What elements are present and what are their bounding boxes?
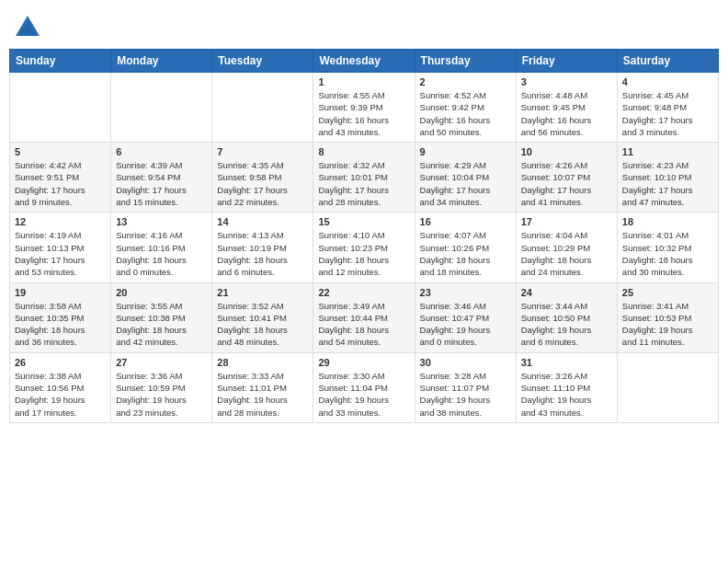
- day-cell: 9Sunrise: 4:29 AMSunset: 10:04 PMDayligh…: [415, 143, 516, 213]
- day-cell: 18Sunrise: 4:01 AMSunset: 10:32 PMDaylig…: [617, 213, 718, 282]
- day-cell: 11Sunrise: 4:23 AMSunset: 10:10 PMDaylig…: [617, 143, 718, 213]
- day-cell: 24Sunrise: 3:44 AMSunset: 10:50 PMDaylig…: [516, 282, 617, 352]
- day-info: Sunrise: 4:45 AMSunset: 9:48 PMDaylight:…: [622, 89, 713, 138]
- day-info: Sunrise: 4:23 AMSunset: 10:10 PMDaylight…: [622, 159, 713, 208]
- day-info: Sunrise: 3:52 AMSunset: 10:41 PMDaylight…: [217, 300, 308, 349]
- day-number: 2: [420, 76, 511, 87]
- day-info: Sunrise: 3:41 AMSunset: 10:53 PMDaylight…: [622, 300, 713, 349]
- week-row-3: 12Sunrise: 4:19 AMSunset: 10:13 PMDaylig…: [10, 213, 719, 282]
- logo-icon: [14, 14, 41, 41]
- day-cell: 10Sunrise: 4:26 AMSunset: 10:07 PMDaylig…: [516, 143, 617, 213]
- day-number: 21: [217, 287, 308, 298]
- day-info: Sunrise: 3:55 AMSunset: 10:38 PMDaylight…: [116, 300, 207, 349]
- day-number: 20: [116, 287, 207, 298]
- day-info: Sunrise: 4:19 AMSunset: 10:13 PMDaylight…: [15, 229, 106, 278]
- day-cell: 22Sunrise: 3:49 AMSunset: 10:44 PMDaylig…: [313, 282, 415, 352]
- day-info: Sunrise: 4:01 AMSunset: 10:32 PMDaylight…: [622, 229, 713, 278]
- day-cell: 14Sunrise: 4:13 AMSunset: 10:19 PMDaylig…: [212, 213, 313, 282]
- day-cell: 19Sunrise: 3:58 AMSunset: 10:35 PMDaylig…: [10, 282, 111, 352]
- header: [9, 9, 719, 41]
- day-number: 14: [217, 216, 308, 227]
- weekday-header-wednesday: Wednesday: [313, 50, 415, 73]
- day-cell: 7Sunrise: 4:35 AMSunset: 9:58 PMDaylight…: [212, 143, 313, 213]
- day-number: 7: [217, 146, 308, 157]
- day-number: 3: [521, 76, 612, 87]
- day-cell: 5Sunrise: 4:42 AMSunset: 9:51 PMDaylight…: [10, 143, 111, 213]
- weekday-header-friday: Friday: [516, 50, 617, 73]
- day-cell: 16Sunrise: 4:07 AMSunset: 10:26 PMDaylig…: [415, 213, 516, 282]
- day-number: 31: [521, 357, 612, 368]
- day-cell: [111, 73, 212, 143]
- day-info: Sunrise: 4:52 AMSunset: 9:42 PMDaylight:…: [420, 89, 511, 138]
- day-number: 16: [420, 216, 511, 227]
- day-number: 23: [420, 287, 511, 298]
- day-info: Sunrise: 4:13 AMSunset: 10:19 PMDaylight…: [217, 229, 308, 278]
- day-number: 4: [622, 76, 713, 87]
- day-cell: 25Sunrise: 3:41 AMSunset: 10:53 PMDaylig…: [617, 282, 718, 352]
- day-number: 1: [318, 76, 409, 87]
- day-cell: 4Sunrise: 4:45 AMSunset: 9:48 PMDaylight…: [617, 73, 718, 143]
- day-info: Sunrise: 4:10 AMSunset: 10:23 PMDaylight…: [318, 229, 409, 278]
- day-number: 15: [318, 216, 409, 227]
- day-cell: 29Sunrise: 3:30 AMSunset: 11:04 PMDaylig…: [313, 352, 415, 422]
- day-cell: 21Sunrise: 3:52 AMSunset: 10:41 PMDaylig…: [212, 282, 313, 352]
- day-info: Sunrise: 4:04 AMSunset: 10:29 PMDaylight…: [521, 229, 612, 278]
- day-number: 22: [318, 287, 409, 298]
- day-info: Sunrise: 4:16 AMSunset: 10:16 PMDaylight…: [116, 229, 207, 278]
- day-info: Sunrise: 4:48 AMSunset: 9:45 PMDaylight:…: [521, 89, 612, 138]
- logo: [14, 14, 45, 41]
- week-row-2: 5Sunrise: 4:42 AMSunset: 9:51 PMDaylight…: [10, 143, 719, 213]
- day-number: 17: [521, 216, 612, 227]
- weekday-header-sunday: Sunday: [10, 50, 111, 73]
- day-info: Sunrise: 4:32 AMSunset: 10:01 PMDaylight…: [318, 159, 409, 208]
- day-cell: 2Sunrise: 4:52 AMSunset: 9:42 PMDaylight…: [415, 73, 516, 143]
- day-cell: 27Sunrise: 3:36 AMSunset: 10:59 PMDaylig…: [111, 352, 212, 422]
- day-cell: [212, 73, 313, 143]
- day-info: Sunrise: 3:30 AMSunset: 11:04 PMDaylight…: [318, 370, 409, 419]
- day-number: 12: [15, 216, 106, 227]
- day-number: 18: [622, 216, 713, 227]
- day-info: Sunrise: 4:35 AMSunset: 9:58 PMDaylight:…: [217, 159, 308, 208]
- day-info: Sunrise: 3:26 AMSunset: 11:10 PMDaylight…: [521, 370, 612, 419]
- weekday-header-tuesday: Tuesday: [212, 50, 313, 73]
- day-cell: 13Sunrise: 4:16 AMSunset: 10:16 PMDaylig…: [111, 213, 212, 282]
- week-row-4: 19Sunrise: 3:58 AMSunset: 10:35 PMDaylig…: [10, 282, 719, 352]
- day-cell: 31Sunrise: 3:26 AMSunset: 11:10 PMDaylig…: [516, 352, 617, 422]
- day-number: 30: [420, 357, 511, 368]
- week-row-5: 26Sunrise: 3:38 AMSunset: 10:56 PMDaylig…: [10, 352, 719, 422]
- day-cell: 6Sunrise: 4:39 AMSunset: 9:54 PMDaylight…: [111, 143, 212, 213]
- day-number: 13: [116, 216, 207, 227]
- day-number: 24: [521, 287, 612, 298]
- day-info: Sunrise: 4:39 AMSunset: 9:54 PMDaylight:…: [116, 159, 207, 208]
- day-cell: [617, 352, 718, 422]
- day-info: Sunrise: 3:46 AMSunset: 10:47 PMDaylight…: [420, 300, 511, 349]
- day-number: 28: [217, 357, 308, 368]
- day-info: Sunrise: 4:29 AMSunset: 10:04 PMDaylight…: [420, 159, 511, 208]
- day-number: 25: [622, 287, 713, 298]
- day-cell: 1Sunrise: 4:55 AMSunset: 9:39 PMDaylight…: [313, 73, 415, 143]
- weekday-header-thursday: Thursday: [415, 50, 516, 73]
- day-cell: 28Sunrise: 3:33 AMSunset: 11:01 PMDaylig…: [212, 352, 313, 422]
- day-number: 9: [420, 146, 511, 157]
- weekday-header-row: SundayMondayTuesdayWednesdayThursdayFrid…: [10, 50, 719, 73]
- day-number: 8: [318, 146, 409, 157]
- day-cell: 15Sunrise: 4:10 AMSunset: 10:23 PMDaylig…: [313, 213, 415, 282]
- day-info: Sunrise: 3:36 AMSunset: 10:59 PMDaylight…: [116, 370, 207, 419]
- day-info: Sunrise: 4:26 AMSunset: 10:07 PMDaylight…: [521, 159, 612, 208]
- day-cell: 17Sunrise: 4:04 AMSunset: 10:29 PMDaylig…: [516, 213, 617, 282]
- day-number: 6: [116, 146, 207, 157]
- calendar-table: SundayMondayTuesdayWednesdayThursdayFrid…: [9, 49, 719, 423]
- day-info: Sunrise: 3:28 AMSunset: 11:07 PMDaylight…: [420, 370, 511, 419]
- day-cell: 20Sunrise: 3:55 AMSunset: 10:38 PMDaylig…: [111, 282, 212, 352]
- day-cell: 23Sunrise: 3:46 AMSunset: 10:47 PMDaylig…: [415, 282, 516, 352]
- day-cell: 3Sunrise: 4:48 AMSunset: 9:45 PMDaylight…: [516, 73, 617, 143]
- day-number: 26: [15, 357, 106, 368]
- day-info: Sunrise: 4:55 AMSunset: 9:39 PMDaylight:…: [318, 89, 409, 138]
- day-info: Sunrise: 3:44 AMSunset: 10:50 PMDaylight…: [521, 300, 612, 349]
- day-cell: 8Sunrise: 4:32 AMSunset: 10:01 PMDayligh…: [313, 143, 415, 213]
- day-cell: [10, 73, 111, 143]
- day-number: 27: [116, 357, 207, 368]
- day-number: 11: [622, 146, 713, 157]
- day-cell: 26Sunrise: 3:38 AMSunset: 10:56 PMDaylig…: [10, 352, 111, 422]
- day-cell: 12Sunrise: 4:19 AMSunset: 10:13 PMDaylig…: [10, 213, 111, 282]
